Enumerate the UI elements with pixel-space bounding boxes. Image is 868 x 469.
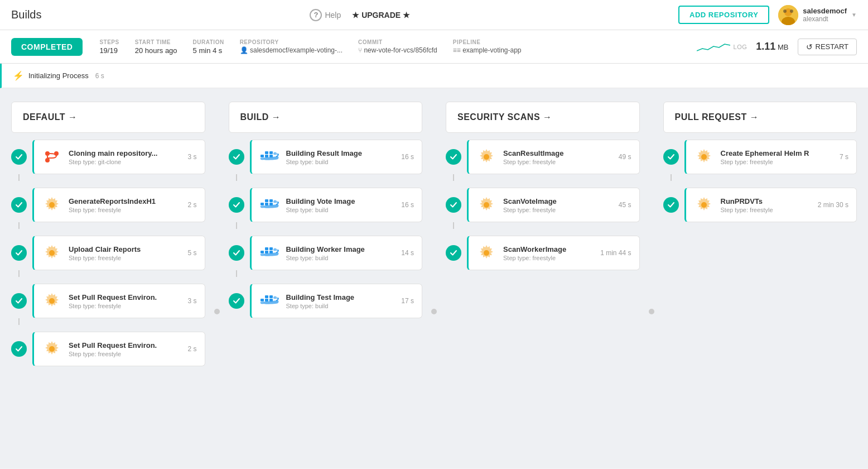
user-menu[interactable]: salesdemocf alexandt ▼ <box>778 5 857 25</box>
svg-rect-39 <box>269 295 273 298</box>
gear-icon <box>694 147 714 167</box>
repo-label: REPOSITORY <box>240 39 343 45</box>
step-name: Building Vote Image <box>286 197 387 205</box>
step-wrapper: ScanResultImageStep type: freestyle49 s <box>446 140 640 181</box>
steps-value: 19/19 <box>99 46 119 55</box>
step-wrapper: Cloning main repository...Step type: git… <box>11 140 205 181</box>
step-card[interactable]: Set Pull Request Environ.Step type: free… <box>32 332 205 366</box>
add-repository-button[interactable]: ADD REPOSITORY <box>678 6 769 24</box>
step-card[interactable]: RunPRDVTsStep type: freestyle2 min 30 s <box>684 188 857 222</box>
status-bar: COMPLETED STEPS 19/19 START TIME 20 hour… <box>0 30 868 64</box>
table-row: Building Vote ImageStep type: build16 s <box>229 188 423 222</box>
step-card[interactable]: Building Vote ImageStep type: build16 s <box>250 188 423 222</box>
upgrade-button[interactable]: ★ UPGRADE ★ <box>352 11 410 20</box>
pipeline-icon: ≡≡ <box>453 46 461 54</box>
step-card[interactable]: Building Result ImageStep type: build16 … <box>250 140 423 174</box>
top-nav: Builds ? Help ★ UPGRADE ★ ADD REPOSITORY <box>0 0 868 30</box>
svg-rect-32 <box>265 247 268 250</box>
nav-center: ? Help ★ UPGRADE ★ <box>310 9 410 21</box>
log-chart-icon <box>697 41 730 53</box>
step-name: Upload Clair Reports <box>69 245 169 253</box>
step-type: Step type: build <box>286 255 395 261</box>
step-duration: 17 s <box>401 297 414 305</box>
step-name: Create Ephemeral Helm R <box>721 149 821 157</box>
step-wrapper: Upload Clair ReportsStep type: freestyle… <box>11 236 205 277</box>
svg-rect-18 <box>265 155 268 157</box>
step-check-icon <box>446 197 461 213</box>
step-name: Cloning main repository... <box>69 149 169 157</box>
step-card[interactable]: ScanResultImageStep type: freestyle49 s <box>467 140 640 174</box>
step-duration: 14 s <box>401 249 414 257</box>
step-connector <box>236 222 237 229</box>
step-type: Step type: freestyle <box>69 303 181 309</box>
svg-rect-38 <box>265 295 268 298</box>
svg-rect-23 <box>261 203 264 205</box>
step-wrapper: GenerateReportsIndexH1Step type: freesty… <box>11 188 205 229</box>
docker-icon <box>259 243 279 263</box>
step-card[interactable]: Cloning main repository...Step type: git… <box>32 140 205 174</box>
step-duration: 1 min 44 s <box>600 249 631 257</box>
repo-value: 👤 salesdemocf/example-voting-... <box>240 46 343 54</box>
step-card[interactable]: Building Worker ImageStep type: build14 … <box>250 236 423 270</box>
svg-rect-30 <box>265 251 268 253</box>
step-duration: 45 s <box>619 201 631 209</box>
status-right: LOG 1.11 MB ↺ RESTART <box>697 39 857 55</box>
svg-point-12 <box>50 251 55 256</box>
step-card[interactable]: ScanVoteImageStep type: freestyle45 s <box>467 188 640 222</box>
svg-point-7 <box>45 158 50 162</box>
step-info: Building Result ImageStep type: build <box>286 149 395 165</box>
step-duration: 3 s <box>187 297 196 305</box>
step-wrapper: Set Pull Request Environ.Step type: free… <box>11 332 205 366</box>
step-type: Step type: git-clone <box>69 159 181 165</box>
step-duration: 16 s <box>401 201 414 209</box>
table-row: Building Result ImageStep type: build16 … <box>229 140 423 174</box>
table-row: RunPRDVTsStep type: freestyle2 min 30 s <box>663 188 857 222</box>
step-check-icon <box>229 293 244 309</box>
commit-meta: COMMIT ⑂ new-vote-for-vcs/856fcfd <box>358 39 437 54</box>
step-check-icon <box>11 293 27 309</box>
user-info: salesdemocf alexandt <box>803 7 847 23</box>
step-name: Set Pull Request Environ. <box>69 293 169 302</box>
column-connector <box>649 102 654 454</box>
repo-meta: REPOSITORY 👤 salesdemocf/example-voting-… <box>240 39 343 54</box>
step-wrapper: Create Ephemeral Helm RStep type: freest… <box>663 140 857 181</box>
svg-point-34 <box>273 248 277 251</box>
pipeline-header-security-scans: SECURITY SCANS → <box>446 102 640 133</box>
connector-dot <box>649 309 654 314</box>
branch-icon: ⑂ <box>358 46 362 54</box>
steps-label: STEPS <box>99 39 119 45</box>
svg-point-10 <box>50 203 55 208</box>
step-connector <box>671 174 672 181</box>
step-type: Step type: freestyle <box>503 255 594 261</box>
step-name: RunPRDVTs <box>721 197 811 205</box>
help-button[interactable]: ? Help <box>310 9 341 21</box>
step-wrapper: Building Worker ImageStep type: build14 … <box>229 236 423 277</box>
step-card[interactable]: Upload Clair ReportsStep type: freestyle… <box>32 236 205 270</box>
table-row: Cloning main repository...Step type: git… <box>11 140 205 174</box>
step-name: ScanWorkerImage <box>503 245 594 253</box>
svg-rect-27 <box>269 199 273 202</box>
step-card[interactable]: ScanWorkerImageStep type: freestyle1 min… <box>467 236 640 270</box>
step-check-icon <box>663 197 679 213</box>
step-duration: 16 s <box>401 153 414 161</box>
step-info: ScanResultImageStep type: freestyle <box>503 149 612 165</box>
restart-button[interactable]: ↺ RESTART <box>798 39 857 55</box>
step-card[interactable]: GenerateReportsIndexH1Step type: freesty… <box>32 188 205 222</box>
step-name: Set Pull Request Environ. <box>69 341 169 350</box>
table-row: ScanWorkerImageStep type: freestyle1 min… <box>446 236 640 270</box>
step-card[interactable]: Create Ephemeral Helm RStep type: freest… <box>684 140 857 174</box>
pipeline-value: ≡≡ example-voting-app <box>453 46 522 54</box>
step-check-icon <box>11 245 27 261</box>
step-info: GenerateReportsIndexH1Step type: freesty… <box>69 197 181 213</box>
log-label: LOG <box>734 44 748 50</box>
start-label: START TIME <box>135 39 177 45</box>
step-connector <box>453 222 454 229</box>
step-check-icon <box>229 149 244 165</box>
step-duration: 5 s <box>187 249 196 257</box>
step-card[interactable]: Building Test ImageStep type: build17 s <box>250 284 423 318</box>
step-name: ScanResultImage <box>503 149 604 157</box>
step-duration: 49 s <box>619 153 631 161</box>
step-card[interactable]: Set Pull Request Environ.Step type: free… <box>32 284 205 318</box>
step-info: Building Vote ImageStep type: build <box>286 197 395 213</box>
docker-icon <box>259 195 279 215</box>
